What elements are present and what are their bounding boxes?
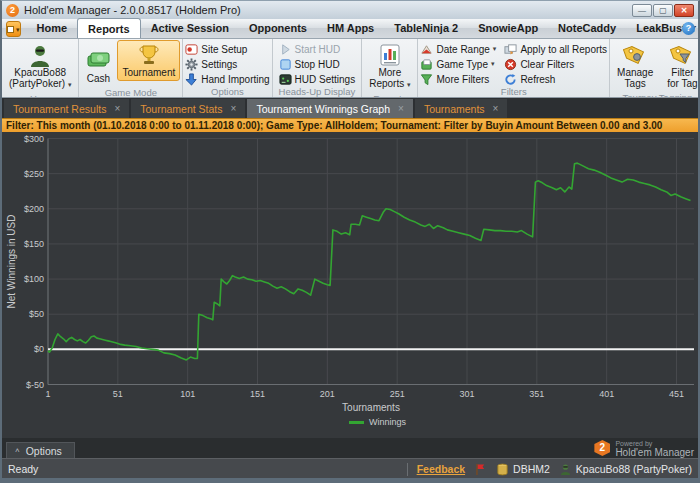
site-setup-icon	[185, 43, 198, 56]
menu-tab-snowieapp[interactable]: SnowieApp	[468, 18, 548, 38]
status-ready: Ready	[8, 463, 407, 475]
svg-text:151: 151	[250, 389, 265, 399]
hero-name: KpacuBo88	[14, 67, 66, 78]
winnings-chart-panel: $300$250$200$150$100$50$0$-5015110115120…	[2, 132, 698, 438]
hud-settings-icon	[279, 73, 292, 86]
options-toggle-button[interactable]: ˄ Options	[6, 442, 75, 458]
user-avatar-icon	[559, 463, 572, 476]
ribbon: KpacuBo88 (PartyPoker) ▾ Hero Cash Tourn…	[2, 39, 698, 98]
svg-text:Winnings: Winnings	[369, 417, 407, 427]
svg-text:351: 351	[529, 389, 544, 399]
clear-filters-icon	[504, 58, 517, 71]
doc-tab-label: Tournament Stats	[140, 103, 222, 115]
import-arrow-icon	[185, 73, 198, 86]
close-tab-icon[interactable]: ×	[231, 103, 237, 114]
winnings-line-chart: $300$250$200$150$100$50$0$-5015110115120…	[2, 132, 700, 438]
title-bar: 2 Hold'em Manager - 2.0.0.8517 (Holdem P…	[2, 1, 698, 19]
svg-text:$50: $50	[29, 309, 44, 319]
dropdown-arrow-icon: ▾	[407, 81, 411, 88]
database-icon	[496, 463, 509, 476]
hero-avatar-icon	[28, 43, 52, 67]
svg-text:201: 201	[320, 389, 335, 399]
doc-tab-label: Tournaments	[424, 103, 485, 115]
group-caption-hud: Heads-Up Display	[275, 86, 360, 98]
hud-settings-button[interactable]: HUD Settings	[279, 72, 356, 86]
feedback-link[interactable]: Feedback	[417, 463, 465, 475]
user-indicator[interactable]: KpacuBo88 (PartyPoker)	[559, 463, 692, 476]
cash-button[interactable]: Cash	[81, 46, 115, 87]
gear-icon	[185, 58, 198, 71]
menu-tab-opponents[interactable]: Opponents	[239, 18, 317, 38]
close-tab-icon[interactable]: ×	[398, 103, 404, 114]
svg-text:$100: $100	[24, 274, 44, 284]
doc-tab-label: Tournament Results	[13, 103, 106, 115]
menu-tab-home[interactable]: Home	[27, 18, 78, 38]
cash-label: Cash	[87, 73, 110, 84]
more-filters-button[interactable]: More Filters	[420, 72, 496, 86]
clear-filters-button[interactable]: Clear Filters	[504, 57, 607, 71]
doc-tab-tournament-winnings-graph[interactable]: Tournament Winnings Graph×	[247, 99, 413, 118]
menu-tab-hm-apps[interactable]: HM Apps	[317, 18, 384, 38]
powered-by-block: 2 Powered by Hold'em Manager	[594, 439, 694, 457]
menu-tab-reports[interactable]: Reports	[77, 18, 141, 38]
hero-account-button[interactable]: KpacuBo88 (PartyPoker) ▾	[4, 40, 76, 93]
menu-tabs: HomeReportsActive SessionOpponentsHM App…	[27, 18, 700, 38]
close-tab-icon[interactable]: ×	[493, 103, 499, 114]
svg-text:401: 401	[599, 389, 614, 399]
svg-text:1: 1	[45, 389, 50, 399]
hand-importing-button[interactable]: Hand Importing	[185, 72, 269, 86]
doc-tab-tournament-stats[interactable]: Tournament Stats×	[131, 99, 245, 118]
funnel-icon	[420, 73, 433, 86]
apply-to-all-reports-button[interactable]: Apply to all Reports	[504, 42, 607, 56]
dropdown-arrow-icon: ▾	[493, 45, 497, 53]
close-tab-icon[interactable]: ×	[114, 103, 120, 114]
svg-text:$200: $200	[24, 204, 44, 214]
flag-icon[interactable]	[474, 463, 487, 476]
settings-button[interactable]: Settings	[185, 57, 269, 71]
options-label: Options	[26, 445, 62, 457]
refresh-icon	[504, 73, 517, 86]
group-caption-filters: Filters	[420, 86, 607, 98]
minimize-button[interactable]: —	[632, 4, 652, 17]
menu-tab-tableninja-2[interactable]: TableNinja 2	[384, 18, 468, 38]
ribbon-group-filters: Date Range▾ Game Type▾ More Filters Appl…	[418, 39, 610, 97]
database-indicator[interactable]: DBHM2	[496, 463, 550, 476]
doc-tab-tournament-results[interactable]: Tournament Results×	[4, 99, 129, 118]
help-icon[interactable]: ?	[682, 22, 695, 35]
more-reports-button[interactable]: More Reports ▾	[364, 40, 415, 93]
cash-icon	[86, 49, 110, 73]
game-type-icon	[420, 58, 433, 71]
game-type-button[interactable]: Game Type▾	[420, 57, 496, 71]
menu-tab-active-session[interactable]: Active Session	[141, 18, 239, 38]
maximize-button[interactable]: ▢	[653, 4, 673, 17]
date-range-button[interactable]: Date Range▾	[420, 42, 496, 56]
doc-tab-label: Tournament Winnings Graph	[256, 103, 390, 115]
window-title: Hold'em Manager - 2.0.0.8517 (Holdem Pro…	[24, 4, 632, 16]
refresh-button[interactable]: Refresh	[504, 72, 607, 86]
filter-summary-bar: Filter: This month (01.10.2018 0:00 to 0…	[2, 118, 698, 132]
doc-tab-tournaments[interactable]: Tournaments×	[415, 99, 508, 118]
ribbon-group-hero: KpacuBo88 (PartyPoker) ▾ Hero	[2, 39, 79, 97]
stop-hud-button[interactable]: Stop HUD	[279, 57, 356, 71]
dropdown-arrow-icon: ▾	[16, 26, 20, 33]
tag-filter-icon	[670, 43, 694, 67]
options-row: ˄ Options 2 Powered by Hold'em Manager	[2, 438, 698, 458]
tournament-button[interactable]: Tournament	[117, 40, 180, 81]
filter-for-tag-button[interactable]: Filter for Tag	[662, 40, 698, 92]
menu-bar: ▾ HomeReportsActive SessionOpponentsHM A…	[2, 19, 698, 39]
site-setup-button[interactable]: Site Setup	[185, 42, 269, 56]
app-menu-button[interactable]: ▾	[6, 21, 21, 37]
svg-text:$0: $0	[34, 344, 44, 354]
dropdown-arrow-icon: ▾	[491, 60, 495, 68]
tag-gear-icon	[623, 43, 647, 67]
hero-site: (PartyPoker)	[9, 78, 65, 89]
svg-text:51: 51	[113, 389, 123, 399]
svg-text:Net Winnings in USD: Net Winnings in USD	[6, 215, 17, 309]
apply-all-icon	[504, 43, 517, 56]
manage-tags-button[interactable]: Manage Tags	[612, 40, 658, 92]
filter-summary-text: Filter: This month (01.10.2018 0:00 to 0…	[6, 120, 662, 131]
menu-tab-notecaddy[interactable]: NoteCaddy	[548, 18, 626, 38]
svg-text:$300: $300	[24, 134, 44, 144]
ribbon-group-reports: More Reports ▾ Reports	[362, 39, 418, 97]
close-button[interactable]: ✕	[674, 4, 694, 17]
